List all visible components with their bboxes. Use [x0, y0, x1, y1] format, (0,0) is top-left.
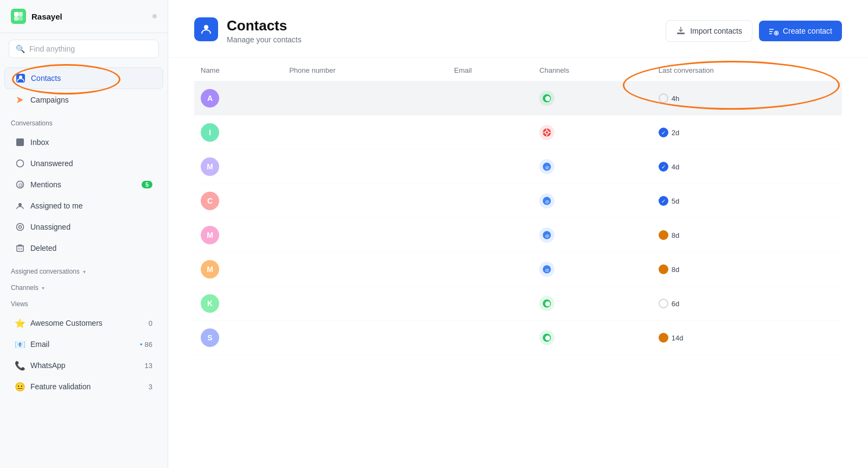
contact-avatar-cell: A [194, 81, 283, 116]
unassigned-label: Unassigned [30, 223, 71, 231]
import-contacts-button[interactable]: Import contacts [666, 20, 752, 42]
contact-email-cell [448, 218, 533, 252]
last-conv-time: 4d [672, 163, 679, 171]
channel-icon [539, 296, 554, 311]
last-conv-time: 4h [672, 94, 679, 103]
last-conv-time: 5d [672, 197, 679, 205]
assigned-to-me-label: Assigned to me [30, 201, 83, 210]
table-row[interactable]: C@✓5d [194, 184, 842, 218]
contact-email-cell [448, 150, 533, 184]
sidebar-item-unassigned[interactable]: Unassigned [4, 217, 163, 237]
contact-channel-cell: @ [533, 184, 652, 218]
sidebar: Rasayel 🔍 Find anything Contacts [0, 0, 168, 468]
unassigned-icon [15, 222, 25, 232]
channel-icon: @ [539, 227, 554, 243]
col-last-conv: Last conversation [652, 58, 842, 81]
contact-channel-cell: @ [533, 218, 652, 252]
page-title: Contacts [227, 17, 302, 34]
sidebar-item-contacts[interactable]: Contacts [4, 67, 163, 89]
svg-rect-1 [18, 12, 23, 16]
views-section-label: Views [0, 294, 168, 310]
channel-icon [539, 125, 554, 140]
sidebar-item-feature-validation[interactable]: 😐 Feature validation 3 [4, 376, 163, 397]
last-conversation: ✓4d [659, 162, 835, 172]
main-content: Contacts Manage your contacts Import con… [168, 0, 868, 468]
contact-avatar-cell: I [194, 116, 283, 150]
sidebar-item-awesome-customers[interactable]: ⭐ Awesome Customers 0 [4, 313, 163, 333]
table-row[interactable]: I✓2d [194, 116, 842, 150]
last-conversation: ✓2d [659, 128, 835, 137]
conversations-nav: Inbox Unanswered @ Mentions 5 [0, 129, 168, 261]
svg-text:@: @ [18, 182, 23, 188]
contact-channel-cell [533, 116, 652, 150]
campaigns-label: Campaigns [30, 96, 69, 104]
unanswered-icon [15, 159, 25, 168]
table-row[interactable]: S14d [194, 321, 842, 355]
table-row[interactable]: K6d [194, 287, 842, 321]
contact-avatar-cell: M [194, 252, 283, 287]
svg-text:@: @ [545, 199, 550, 204]
sidebar-item-email[interactable]: 📧 Email 86 [4, 334, 163, 355]
svg-point-13 [19, 226, 22, 229]
svg-text:@: @ [545, 165, 550, 170]
avatar: M [201, 226, 219, 244]
table-row[interactable]: M@✓4d [194, 150, 842, 184]
sidebar-item-campaigns[interactable]: Campaigns [4, 90, 163, 110]
table-row[interactable]: M@8d [194, 252, 842, 287]
conv-avatar-icon [659, 230, 668, 240]
contact-email-cell [448, 252, 533, 287]
last-conversation: 8d [659, 230, 835, 240]
contact-email-cell [448, 116, 533, 150]
conv-check-icon: ✓ [659, 162, 668, 172]
svg-rect-2 [14, 16, 18, 21]
contact-email-cell [448, 184, 533, 218]
sidebar-header: Rasayel [0, 0, 168, 33]
contact-channel-cell [533, 287, 652, 321]
sidebar-item-whatsapp[interactable]: 📞 WhatsApp 13 [4, 355, 163, 376]
contact-phone-cell [283, 218, 448, 252]
page-title-text: Contacts Manage your contacts [227, 17, 302, 44]
sidebar-item-unanswered[interactable]: Unanswered [4, 153, 163, 174]
contact-phone-cell [283, 150, 448, 184]
col-phone: Phone number [283, 58, 448, 81]
table-row[interactable]: A4h [194, 81, 842, 116]
sidebar-item-inbox[interactable]: Inbox [4, 132, 163, 153]
search-bar[interactable]: 🔍 Find anything [9, 40, 159, 58]
last-conversation: 14d [659, 333, 835, 343]
contacts-table-container: Name Phone number Email Channels Last co… [168, 58, 868, 468]
avatar: C [201, 192, 219, 210]
contact-avatar-cell: M [194, 150, 283, 184]
col-email: Email [448, 58, 533, 81]
views-nav: ⭐ Awesome Customers 0 📧 Email 86 📞 Whats… [0, 310, 168, 400]
page-header: Contacts Manage your contacts Import con… [168, 0, 868, 58]
create-contact-button[interactable]: Create contact [759, 21, 842, 41]
channel-icon [539, 330, 554, 345]
table-header: Name Phone number Email Channels Last co… [194, 58, 842, 81]
last-conv-time: 8d [672, 231, 679, 239]
contact-last-conv-cell: 6d [652, 287, 842, 321]
assigned-conversations-chevron: ▾ [83, 269, 86, 275]
avatar: M [201, 260, 219, 279]
contact-avatar-cell: S [194, 321, 283, 355]
channels-label[interactable]: Channels ▾ [0, 277, 168, 294]
sidebar-item-deleted[interactable]: Deleted [4, 238, 163, 258]
contact-last-conv-cell: 14d [652, 321, 842, 355]
last-conversation: ✓5d [659, 196, 835, 206]
logo-icon [11, 9, 26, 24]
search-icon: 🔍 [16, 45, 25, 53]
import-icon [676, 26, 686, 36]
contact-channel-cell [533, 321, 652, 355]
awesome-customers-icon: ⭐ [15, 318, 25, 328]
assigned-conversations-label[interactable]: Assigned conversations ▾ [0, 261, 168, 277]
table-row[interactable]: M@8d [194, 218, 842, 252]
email-count: 86 [140, 340, 152, 349]
feature-validation-count: 3 [149, 383, 152, 391]
sidebar-item-mentions[interactable]: @ Mentions 5 [4, 174, 163, 195]
svg-point-5 [19, 75, 22, 79]
sidebar-item-assigned-to-me[interactable]: Assigned to me [4, 195, 163, 216]
conv-avatar-icon [659, 264, 668, 274]
contact-last-conv-cell: 4h [652, 81, 842, 116]
channels-chevron: ▾ [42, 285, 44, 291]
contact-avatar-cell: K [194, 287, 283, 321]
inbox-icon [15, 137, 25, 147]
